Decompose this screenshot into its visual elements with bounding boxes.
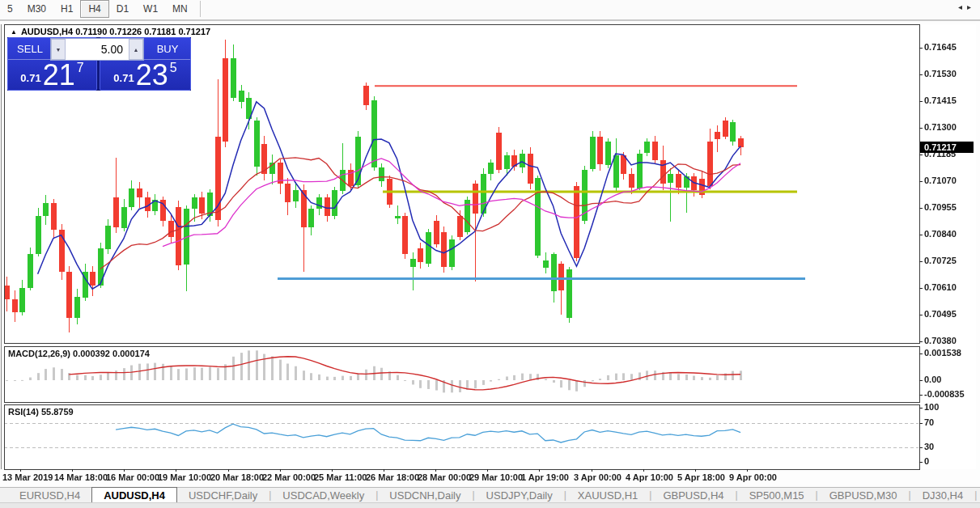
price-tick-label: 0.71645 — [924, 42, 957, 52]
timeframe-button-h4[interactable]: H4 — [80, 0, 108, 18]
rsi-indicator-label: RSI(14) 55.8759 — [8, 407, 74, 417]
time-tick-label: 19 Mar 10:00 — [158, 472, 211, 482]
one-click-trading-panel: SELL 0.71 21 7 BUY 0.71 23 5 ▼ 5.00 ▲ — [7, 37, 191, 91]
sell-price: 0.71 21 7 — [8, 60, 96, 90]
time-tick-label: 16 Mar 00:00 — [106, 472, 159, 482]
symbol-tab-tech100[interactable]: TECH100,H1 — [977, 488, 980, 502]
rsi-tick-label: 100 — [924, 402, 939, 412]
time-tick-label: 3 Apr 00:00 — [574, 472, 622, 482]
volume-input[interactable]: 5.00 — [66, 39, 129, 60]
buy-price: 0.71 23 5 — [100, 60, 190, 90]
rsi-tick-label: 0 — [924, 456, 929, 466]
sell-price-pips: 21 — [43, 63, 75, 87]
time-tick-label: 29 Mar 10:00 — [469, 472, 523, 482]
symbol-tab-eurusd[interactable]: EURUSD,H4 — [8, 488, 91, 502]
toolbar-separator — [200, 1, 201, 17]
rsi-tick-label: 70 — [924, 417, 934, 427]
symbol-tab-sp500[interactable]: SP500,M15 — [738, 488, 816, 502]
price-tick-label: 0.70380 — [924, 336, 957, 345]
trading-terminal-window: 5 M30 H1 H4 D1 W1 MN ▲AUDUSD,H4 0.71190 … — [0, 0, 980, 508]
timeframe-button-m30[interactable]: M30 — [20, 1, 53, 17]
timeframe-button-mn[interactable]: MN — [165, 1, 195, 17]
time-tick-label: 20 Mar 18:00 — [210, 472, 264, 482]
time-tick-label: 26 Mar 18:00 — [366, 472, 419, 482]
timeframe-button-m5[interactable]: 5 — [0, 1, 20, 17]
price-tick-label: 0.70955 — [924, 202, 957, 212]
time-tick-label: 4 Apr 10:00 — [626, 472, 673, 482]
macd-tick-label: 0.001538 — [924, 348, 961, 358]
symbol-tab-dj30[interactable]: DJ30,H4 — [911, 488, 975, 502]
tab-scroll-left-icon[interactable]: ◂ — [958, 2, 967, 11]
time-tick-label: 14 Mar 18:00 — [54, 472, 108, 482]
time-tick-label: 22 Mar 00:00 — [262, 472, 316, 482]
sell-price-prefix: 0.71 — [20, 72, 40, 84]
symbol-tab-bar: EURUSD,H4AUDUSD,H4USDCHF,Daily|USDCAD,We… — [0, 487, 980, 502]
price-tick-label: 0.71530 — [924, 69, 957, 78]
macd-tick-label: -0.000835 — [924, 389, 965, 399]
timeframe-button-w1[interactable]: W1 — [136, 1, 165, 17]
time-tick-label: 5 Apr 18:00 — [677, 472, 725, 482]
buy-label: BUY — [145, 43, 190, 55]
sell-price-point: 7 — [77, 61, 84, 74]
chart-ohlc-text: AUDUSD,H4 0.71190 0.71226 0.71181 0.7121… — [21, 27, 210, 36]
time-tick-label: 13 Mar 2019 — [2, 472, 53, 482]
time-tick-label: 9 Apr 00:00 — [729, 472, 777, 482]
macd-indicator-label: MACD(12,26,9) 0.000392 0.000174 — [8, 349, 150, 358]
timeframe-toolbar: 5 M30 H1 H4 D1 W1 MN — [0, 0, 980, 21]
price-tick-label: 0.70725 — [924, 256, 957, 265]
time-tick-label: 28 Mar 00:00 — [418, 472, 471, 482]
tab-scroll-arrows: ◂▸ — [958, 2, 976, 11]
symbol-tab-usdjpy[interactable]: USDJPY,Daily — [475, 488, 564, 502]
volume-spinner: ▼ 5.00 ▲ — [50, 38, 144, 61]
symbol-tab-usdchf[interactable]: USDCHF,Daily — [177, 488, 269, 502]
price-tick-label: 0.71300 — [924, 122, 957, 132]
symbol-tab-audusd[interactable]: AUDUSD,H4 — [91, 487, 177, 502]
time-tick-label: 1 Apr 19:00 — [521, 472, 569, 482]
time-tick-label: 25 Mar 11:00 — [314, 472, 367, 482]
sell-label: SELL — [8, 43, 52, 55]
symbol-tab-gbpusd[interactable]: GBPUSD,M30 — [818, 488, 909, 502]
macd-tick-label: 0.00 — [924, 375, 941, 384]
timeframe-button-d1[interactable]: D1 — [109, 1, 136, 17]
price-tick-label: 0.70610 — [924, 282, 957, 292]
price-tick-label: 0.71415 — [924, 95, 957, 105]
tab-scroll-right-icon[interactable]: ▸ — [967, 2, 976, 11]
price-tick-label: 0.71070 — [924, 176, 957, 185]
rsi-tick-label: 30 — [924, 442, 934, 451]
buy-price-pips: 23 — [136, 63, 168, 87]
symbol-tab-usdcad[interactable]: USDCAD,Weekly — [271, 488, 375, 502]
collapse-triangle-icon[interactable]: ▲ — [11, 28, 17, 36]
current-price-tag: 0.71217 — [920, 142, 974, 153]
buy-price-point: 5 — [170, 61, 177, 74]
symbol-tab-xauusd[interactable]: XAUUSD,H1 — [566, 488, 649, 502]
symbol-tab-gbpusd[interactable]: GBPUSD,H4 — [651, 488, 735, 502]
price-tick-label: 0.70840 — [924, 229, 957, 239]
volume-decrease-button[interactable]: ▼ — [51, 39, 66, 60]
symbol-tab-usdcnh[interactable]: USDCNH,Daily — [378, 488, 472, 502]
chart-ohlc-header: ▲AUDUSD,H4 0.71190 0.71226 0.71181 0.712… — [11, 27, 210, 36]
price-tick-label: 0.70495 — [924, 309, 957, 319]
buy-price-prefix: 0.71 — [113, 72, 134, 84]
bottom-scrollbar-strip[interactable] — [0, 502, 980, 508]
timeframe-button-h1[interactable]: H1 — [53, 1, 80, 17]
volume-increase-button[interactable]: ▲ — [129, 39, 143, 60]
